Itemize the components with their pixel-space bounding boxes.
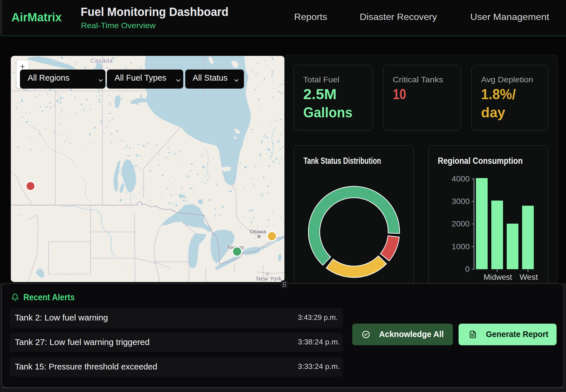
svg-text:Ottawa: Ottawa [250, 229, 266, 234]
svg-text:4000: 4000 [452, 174, 470, 183]
svg-text:1000: 1000 [452, 242, 470, 251]
svg-text:Canada: Canada [90, 58, 113, 64]
svg-text:2000: 2000 [452, 219, 470, 228]
svg-text:New York: New York [256, 275, 282, 282]
svg-text:3000: 3000 [452, 197, 470, 206]
svg-text:0: 0 [465, 264, 470, 273]
